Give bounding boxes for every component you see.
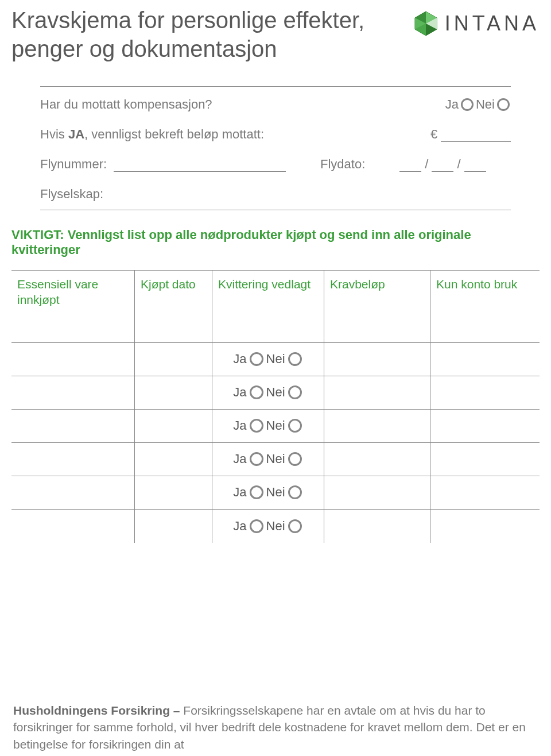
cell-receipt: JaNei [212,476,324,509]
th-kravbelop: Kravbeløp [324,271,430,342]
cell-receipt: JaNei [212,443,324,476]
cell-amount[interactable] [324,343,430,376]
cell-account[interactable] [430,510,540,543]
cell-account[interactable] [430,443,540,476]
th-col1-line2: innkjøpt [17,293,60,306]
compensation-nei-radio[interactable] [497,98,510,111]
th-col1-line1: Essensiell vare [17,277,98,291]
ja-label: Ja [233,519,246,534]
cell-receipt: JaNei [212,343,324,376]
nei-label: Nei [266,519,285,534]
receipt-ja-radio[interactable] [250,452,263,466]
page-title: Kravskjema for personlige effekter, peng… [11,6,413,63]
cell-receipt: JaNei [212,510,324,543]
cell-date[interactable] [135,343,212,376]
cell-account[interactable] [430,376,540,409]
table-row: JaNei [11,443,540,476]
receipt-ja-radio[interactable] [250,485,263,499]
nei-label: Nei [266,485,285,500]
receipt-ja-radio[interactable] [250,419,263,433]
slash-2: / [457,157,460,172]
cell-item[interactable] [11,343,135,376]
ja-label: Ja [233,452,246,466]
table-row: JaNei [11,510,540,543]
brand-logo: INTANA [413,6,540,37]
cell-date[interactable] [135,410,212,442]
cell-date[interactable] [135,443,212,476]
table-row: JaNei [11,410,540,443]
receipt-nei-radio[interactable] [288,385,302,399]
th-kun-konto: Kun konto bruk [430,271,540,342]
ja-label: Ja [233,485,246,500]
compensation-janei: Ja Nei [445,97,511,112]
compensation-question: Har du mottatt kompensasjon? [40,97,212,112]
receipt-nei-radio[interactable] [288,485,302,499]
ja-label: Ja [233,352,246,367]
ja-label: Ja [445,97,459,112]
receipt-nei-radio[interactable] [288,519,302,533]
table-row: JaNei [11,343,540,376]
cell-item[interactable] [11,476,135,509]
receipt-ja-radio[interactable] [250,519,263,533]
nei-label: Nei [266,418,285,433]
th-kjopt-dato: Kjøpt dato [135,271,212,342]
flight-number-row: Flynummer: Flydato: / / [40,157,511,172]
cell-item[interactable] [11,443,135,476]
flydato-month[interactable] [432,159,453,172]
cell-receipt: JaNei [212,376,324,409]
cell-amount[interactable] [324,443,430,476]
confirm-bold: JA [68,127,84,141]
cell-amount[interactable] [324,510,430,543]
airline-row: Flyselskap: [40,187,511,202]
flynummer-label: Flynummer: [40,157,109,172]
footer-lead: Husholdningens Forsikring – [13,704,183,717]
cell-item[interactable] [11,376,135,409]
cell-account[interactable] [430,476,540,509]
flydato-field: / / [399,157,486,172]
ja-label: Ja [233,418,246,433]
flydato-day[interactable] [399,159,421,172]
flynummer-field[interactable] [114,159,286,172]
cell-item[interactable] [11,510,135,543]
cell-date[interactable] [135,376,212,409]
cell-receipt: JaNei [212,410,324,442]
compensation-row: Har du mottatt kompensasjon? Ja Nei [40,97,511,112]
items-table: Essensiell vare innkjøpt Kjøpt dato Kvit… [11,270,540,543]
confirm-suffix: , vennligst bekreft beløp mottatt: [84,127,264,141]
nei-label: Nei [266,452,285,466]
ja-label: Ja [233,385,246,400]
cell-item[interactable] [11,410,135,442]
form-section-top: Har du mottatt kompensasjon? Ja Nei Hvis… [40,86,511,210]
amount-field[interactable] [441,129,511,142]
nei-label: Nei [266,352,285,367]
th-essensiell-vare: Essensiell vare innkjøpt [11,271,135,342]
confirm-prefix: Hvis [40,127,68,141]
confirm-amount-row: Hvis JA, vennligst bekreft beløp mottatt… [40,127,511,142]
cell-date[interactable] [135,510,212,543]
receipt-nei-radio[interactable] [288,419,302,433]
receipt-ja-radio[interactable] [250,385,263,399]
receipt-nei-radio[interactable] [288,452,302,466]
table-row: JaNei [11,476,540,510]
cell-amount[interactable] [324,376,430,409]
cell-amount[interactable] [324,410,430,442]
footer-text: Husholdningens Forsikring – Forsikringss… [10,702,541,753]
cell-account[interactable] [430,343,540,376]
header: Kravskjema for personlige effekter, peng… [11,0,540,63]
table-header-row: Essensiell vare innkjøpt Kjøpt dato Kvit… [11,270,540,343]
table-body: JaNeiJaNeiJaNeiJaNeiJaNeiJaNei [11,343,540,543]
cell-account[interactable] [430,410,540,442]
nei-label: Nei [266,385,285,400]
flydato-year[interactable] [464,159,486,172]
receipt-ja-radio[interactable] [250,352,263,366]
important-note: VIKTIGT: Vennligst list opp alle nødprod… [11,227,540,257]
cell-date[interactable] [135,476,212,509]
brand-name: INTANA [445,11,540,36]
flyselskap-label: Flyselskap: [40,187,103,202]
slash-1: / [425,157,428,172]
receipt-nei-radio[interactable] [288,352,302,366]
compensation-ja-radio[interactable] [461,98,474,111]
cell-amount[interactable] [324,476,430,509]
flydato-label: Flydato: [320,157,365,172]
intana-logo-icon [413,10,439,37]
